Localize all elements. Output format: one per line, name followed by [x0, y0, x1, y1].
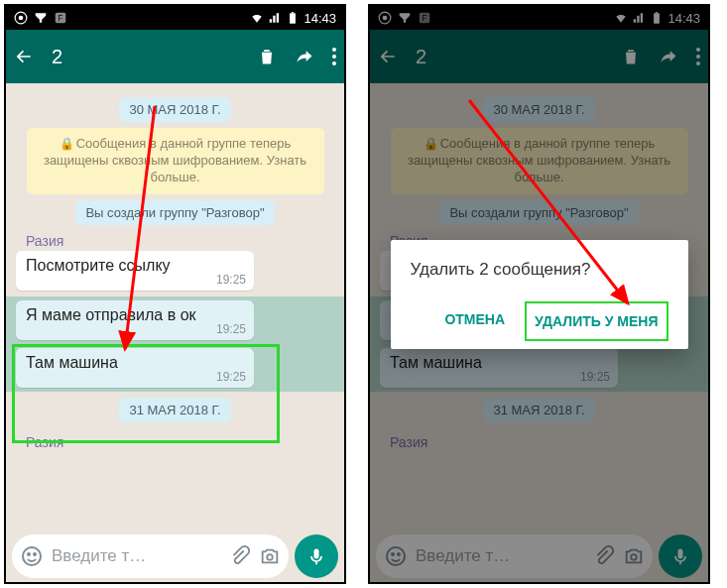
cancel-button[interactable]: ОТМЕНА: [436, 301, 513, 341]
encryption-notice[interactable]: 🔒Сообщения в данной группе теперь защище…: [27, 128, 324, 194]
svg-point-8: [28, 553, 30, 555]
message-bubble-selected[interactable]: Там машина 19:25: [16, 348, 254, 388]
battery-icon: [286, 11, 300, 25]
camera-icon[interactable]: [259, 545, 281, 567]
delete-for-me-button[interactable]: УДАЛИТЬ У МЕНЯ: [525, 301, 667, 341]
status-time: 14:43: [303, 11, 336, 26]
sender-name: Разия: [16, 432, 334, 450]
system-message: Вы создали группу "Разговор": [75, 200, 274, 225]
svg-rect-4: [291, 13, 297, 23]
svg-text:F: F: [59, 14, 63, 23]
chat-body: 30 МАЯ 2018 Г. 🔒Сообщения в данной групп…: [6, 83, 344, 530]
dialog-title: Удалить 2 сообщения?: [411, 260, 668, 280]
date-badge: 31 МАЯ 2018 Г.: [119, 398, 230, 422]
delete-icon[interactable]: [257, 47, 277, 66]
back-icon[interactable]: [14, 47, 34, 66]
message-bubble-selected[interactable]: Я маме отправила в ок 19:25: [16, 300, 254, 340]
svg-rect-5: [292, 12, 294, 13]
attach-icon[interactable]: [229, 545, 251, 567]
sender-name: Разия: [16, 231, 334, 249]
svg-point-7: [23, 547, 41, 565]
input-bar: Введите т…: [6, 530, 344, 582]
mic-icon: [306, 546, 326, 566]
svg-point-10: [267, 554, 273, 560]
message-time: 19:25: [26, 273, 246, 287]
message-bubble[interactable]: Посмотрите ссылку 19:25: [16, 251, 254, 291]
app-icon-3: F: [54, 11, 67, 25]
phone-left: F 14:43 2 30 МАЯ 2018 Г. 🔒Сообщения в да…: [4, 4, 346, 584]
emoji-icon[interactable]: [20, 544, 44, 568]
lock-icon: 🔒: [60, 137, 74, 151]
selection-count: 2: [52, 46, 62, 68]
message-input[interactable]: Введите т…: [12, 534, 289, 578]
signal-icon: [268, 11, 282, 25]
message-time: 19:25: [26, 370, 246, 384]
message-time: 19:25: [26, 322, 246, 336]
status-bar: F 14:43: [6, 6, 344, 30]
svg-point-9: [34, 553, 36, 555]
dialog-overlay[interactable]: Удалить 2 сообщения? ОТМЕНА УДАЛИТЬ У МЕ…: [370, 6, 708, 582]
selection-toolbar: 2: [6, 30, 344, 83]
phone-right: F 14:43 2 30 МАЯ 2018 Г. 🔒Сообщения в да…: [368, 4, 710, 584]
more-icon[interactable]: [332, 48, 336, 65]
app-icon-1: [14, 11, 28, 25]
date-badge: 30 МАЯ 2018 Г.: [119, 97, 230, 122]
input-placeholder: Введите т…: [52, 546, 221, 566]
mic-button[interactable]: [295, 534, 338, 578]
app-icon-2: [34, 11, 48, 25]
wifi-icon: [250, 11, 264, 25]
svg-point-1: [19, 16, 24, 21]
forward-icon[interactable]: [295, 47, 314, 66]
delete-dialog: Удалить 2 сообщения? ОТМЕНА УДАЛИТЬ У МЕ…: [391, 240, 688, 349]
